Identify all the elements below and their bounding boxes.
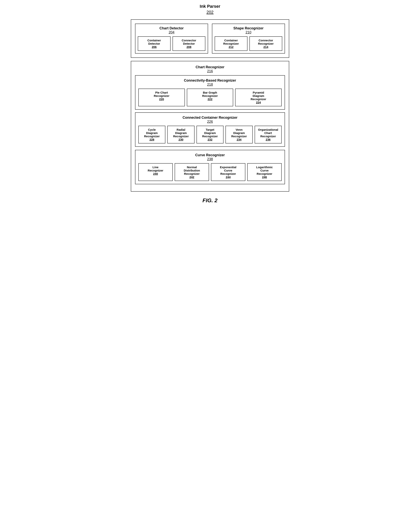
- pie-chart-line2: Recognizer: [142, 94, 182, 97]
- pyramid-line2: Diagram: [238, 94, 278, 97]
- container-recognizer-line1: Container: [218, 39, 244, 42]
- radial-line2: Diagram: [170, 131, 191, 135]
- line-rec-number: 240: [142, 172, 170, 175]
- chart-detector-number: 204: [138, 30, 205, 34]
- radial-line1: Radial: [170, 128, 191, 131]
- curve-recognizer-title: Curve Recognizer: [138, 153, 282, 157]
- logarithmic-curve-box: Logarithmic Curve Recognizer 246: [247, 163, 282, 181]
- line-recognizer-box: Line Recognizer 240: [138, 163, 173, 181]
- exp-line3: Recognizer: [214, 172, 242, 175]
- log-line1: Logarithmic: [250, 165, 278, 169]
- connectivity-number: 218: [138, 83, 282, 87]
- cycle-line1: Cycle: [142, 128, 162, 131]
- connected-container-title: Connected Container Recognizer: [138, 116, 282, 120]
- radial-line3: Recognizer: [170, 135, 191, 138]
- exp-line2: Curve: [214, 169, 242, 172]
- cycle-number: 228: [142, 138, 162, 141]
- connector-recognizer-number: 214: [253, 45, 279, 48]
- pyramid-line3: Recognizer: [238, 97, 278, 101]
- chart-detector-inner: Container Detector 206 Connector Detecto…: [138, 36, 205, 51]
- top-row: Chart Detector 204 Container Detector 20…: [135, 23, 285, 54]
- pie-chart-line1: Pie Chart: [142, 91, 182, 94]
- connector-detector-number: 208: [176, 45, 202, 48]
- container-detector-box: Container Detector 206: [138, 36, 171, 51]
- curve-recognizer-section: Curve Recognizer 238 Line Recognizer 240…: [135, 150, 285, 184]
- bar-graph-box: Bar Graph Recognizer 222: [187, 89, 233, 106]
- shape-recognizer-box: Shape Recognizer 210 Container Recognize…: [212, 23, 285, 54]
- target-number: 232: [200, 138, 220, 141]
- organizational-chart-box: Organizational Chart Recognizer 236: [255, 126, 282, 143]
- exp-line1: Exponential: [214, 165, 242, 169]
- page-wrapper: Ink Parser 202 Chart Detector 204 Contai…: [131, 4, 289, 206]
- ink-parser-title: Ink Parser: [131, 4, 289, 9]
- bar-graph-line2: Recognizer: [190, 94, 230, 97]
- connector-recognizer-line1: Connector: [253, 39, 279, 42]
- shape-recognizer-number: 210: [215, 30, 282, 34]
- org-line3: Recognizer: [258, 135, 278, 138]
- connector-recognizer-line2: Recognizer: [253, 42, 279, 45]
- exp-number: 244: [214, 175, 242, 179]
- container-recognizer-number: 212: [218, 45, 244, 48]
- container-detector-number: 206: [141, 45, 167, 48]
- venn-line2: Diagram: [229, 131, 249, 135]
- container-detector-line2: Detector: [141, 42, 167, 45]
- radial-diagram-box: Radial Diagram Recognizer 230: [167, 126, 194, 143]
- connectivity-title: Connectivity-Based Recognizer: [138, 78, 282, 83]
- curve-inner: Line Recognizer 240 Normal Distribution …: [138, 163, 282, 181]
- venn-line1: Venn: [229, 128, 249, 131]
- bar-graph-number: 222: [190, 97, 230, 101]
- connector-recognizer-box: Connector Recognizer 214: [249, 36, 282, 51]
- pyramid-line1: Pyramid: [238, 91, 278, 94]
- org-number: 236: [258, 138, 278, 141]
- line-rec-line1: Line: [142, 165, 170, 169]
- pyramid-diagram-box: Pyramid Diagram Recognizer 224: [235, 89, 282, 106]
- chart-detector-box: Chart Detector 204 Container Detector 20…: [135, 23, 208, 54]
- cycle-line3: Recognizer: [142, 135, 162, 138]
- top-outer-border: Chart Detector 204 Container Detector 20…: [131, 19, 289, 58]
- target-diagram-box: Target Diagram Recognizer 232: [196, 126, 224, 143]
- venn-line3: Recognizer: [229, 135, 249, 138]
- bar-graph-line1: Bar Graph: [190, 91, 230, 94]
- chart-recognizer-section: Chart Recognizer 216 Connectivity-Based …: [131, 61, 289, 192]
- shape-recognizer-inner: Container Recognizer 212 Connector Recog…: [215, 36, 282, 51]
- fig-label: FIG. 2: [131, 197, 289, 204]
- container-recognizer-line2: Recognizer: [218, 42, 244, 45]
- chart-detector-title: Chart Detector: [138, 26, 205, 30]
- pie-chart-number: 220: [142, 97, 182, 101]
- connector-detector-line1: Connector: [176, 39, 202, 42]
- log-line2: Curve: [250, 169, 278, 172]
- connectivity-box: Connectivity-Based Recognizer 218 Pie Ch…: [135, 75, 285, 110]
- venn-number: 234: [229, 138, 249, 141]
- chart-recognizer-title: Chart Recognizer: [135, 65, 285, 69]
- org-line2: Chart: [258, 131, 278, 135]
- normal-line1: Normal: [178, 165, 206, 169]
- curve-recognizer-number: 238: [138, 157, 282, 161]
- exponential-curve-box: Exponential Curve Recognizer 244: [211, 163, 245, 181]
- normal-line3: Recognizer: [178, 172, 206, 175]
- normal-number: 242: [178, 175, 206, 179]
- cycle-line2: Diagram: [142, 131, 162, 135]
- connector-detector-line2: Detector: [176, 42, 202, 45]
- target-line1: Target: [200, 128, 220, 131]
- normal-line2: Distribution: [178, 169, 206, 172]
- target-line2: Diagram: [200, 131, 220, 135]
- pie-chart-box: Pie Chart Recognizer 220: [138, 89, 185, 106]
- org-line1: Organizational: [258, 128, 278, 131]
- normal-distribution-box: Normal Distribution Recognizer 242: [175, 163, 209, 181]
- chart-recognizer-number: 216: [135, 69, 285, 73]
- pyramid-number: 224: [238, 101, 278, 104]
- connected-container-section: Connected Container Recognizer 226 Cycle…: [135, 112, 285, 147]
- connector-detector-box: Connector Detector 208: [172, 36, 205, 51]
- shape-recognizer-title: Shape Recognizer: [215, 26, 282, 30]
- radial-number: 230: [170, 138, 191, 141]
- line-rec-line2: Recognizer: [142, 169, 170, 172]
- cycle-diagram-box: Cycle Diagram Recognizer 228: [138, 126, 165, 143]
- connected-inner: Cycle Diagram Recognizer 228 Radial Diag…: [138, 126, 282, 143]
- venn-diagram-box: Venn Diagram Recognizer 234: [225, 126, 253, 143]
- ink-parser-number: 202: [131, 10, 289, 15]
- ink-parser-label-area: Ink Parser 202: [131, 4, 289, 15]
- target-line3: Recognizer: [200, 135, 220, 138]
- connectivity-inner: Pie Chart Recognizer 220 Bar Graph Recog…: [138, 89, 282, 106]
- log-line3: Recognizer: [250, 172, 278, 175]
- container-recognizer-box: Container Recognizer 212: [215, 36, 248, 51]
